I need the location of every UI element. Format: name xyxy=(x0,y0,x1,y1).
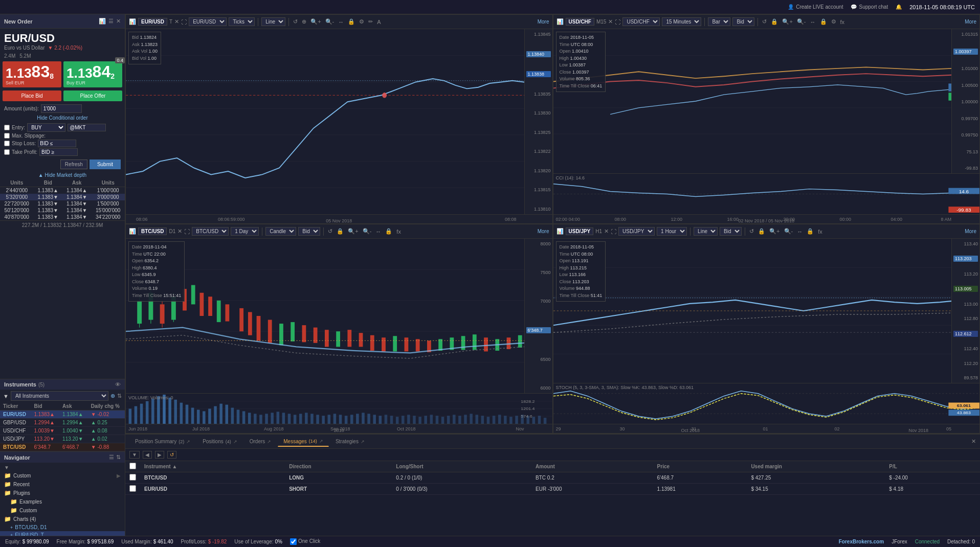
hide-conditional[interactable]: Hide Conditional order xyxy=(0,114,125,122)
ask-box[interactable]: 0.4 1.13 84 2 Buy EUR xyxy=(63,61,122,87)
fit-btn[interactable]: ↔ xyxy=(374,228,382,235)
usdjpy-pricetype-select[interactable]: Bid xyxy=(720,227,742,236)
fit-btn[interactable]: ↔ xyxy=(809,18,817,26)
bid-box[interactable]: 1.13 83 8 Sell EUR xyxy=(3,61,61,87)
external-icon[interactable]: ↗ xyxy=(319,439,323,444)
text-btn[interactable]: A xyxy=(376,18,382,26)
zoom-out-btn[interactable]: 🔍- xyxy=(362,227,373,235)
one-click-item[interactable]: One Click xyxy=(290,538,320,545)
usdchf-more[interactable]: More xyxy=(965,19,976,25)
usdchf-period-select[interactable]: 15 Minutes xyxy=(662,17,701,26)
nav-item-btcusd-chart[interactable]: + BTC/USD, D1 xyxy=(0,523,125,531)
close-tab-icon[interactable]: ✕ xyxy=(604,228,609,235)
usdjpy-more[interactable]: More xyxy=(965,229,976,234)
expand-icon[interactable]: ⛶ xyxy=(611,229,616,235)
row-checkbox[interactable] xyxy=(129,474,136,481)
hide-market-depth[interactable]: ▲ Hide Market depth xyxy=(0,171,125,179)
zoom-in-btn[interactable]: 🔍+ xyxy=(768,227,781,235)
properties-btn[interactable]: ⚙ xyxy=(830,18,837,26)
btcusd-chart-body[interactable]: Date 2018-11-04 Time UTC 22:00 Open 6354… xyxy=(126,239,552,393)
eurusd-timeframe-select[interactable]: Ticks xyxy=(229,17,255,26)
btcusd-symbol-select[interactable]: BTC/USD xyxy=(192,227,229,236)
zoom-in-btn[interactable]: 🔍+ xyxy=(347,227,359,235)
usdchf-pricetype-select[interactable]: Bid xyxy=(732,17,754,26)
close-tab-icon[interactable]: ✕ xyxy=(608,18,613,25)
zoom-out-btn[interactable]: 🔍- xyxy=(796,18,807,26)
eurusd-period-select[interactable]: EUR/USD xyxy=(189,17,227,26)
instrument-row-btcusd[interactable]: BTC/USD 6'348.7 6'468.7 ▼ -0.88 xyxy=(0,443,125,451)
refresh-btn[interactable]: ↺ xyxy=(167,451,176,459)
eye-icon[interactable]: 👁 xyxy=(115,381,121,388)
nav-item-custom[interactable]: 📁 Custom ▶ xyxy=(0,471,125,480)
take-profit-input[interactable] xyxy=(39,148,78,156)
position-row-eurusd[interactable]: EUR/USD SHORT 0 / 3'000 (0/3) EUR -3'000… xyxy=(125,484,980,495)
amount-input[interactable] xyxy=(41,104,82,113)
nav-item-custom2[interactable]: 📁 Custom xyxy=(0,506,125,515)
nav-item-charts[interactable]: 📁 Charts (4) xyxy=(0,515,125,523)
fit-btn[interactable]: ↔ xyxy=(796,228,804,235)
nav-item-recent[interactable]: 📁 Recent xyxy=(0,480,125,489)
tab-messages[interactable]: Messages (14) ↗ xyxy=(278,437,329,447)
usdjpy-chart-body[interactable]: Date 2018-11-05 Time UTC 08:00 Open 113.… xyxy=(553,239,980,383)
refresh-btn[interactable]: ↺ xyxy=(748,227,755,235)
entry-checkbox[interactable] xyxy=(4,125,10,130)
external-icon[interactable]: ↗ xyxy=(233,439,237,444)
lock-btn[interactable]: 🔒 xyxy=(336,227,345,235)
entry-price-input[interactable] xyxy=(68,124,106,131)
close-tab-icon[interactable]: ✕ xyxy=(174,18,179,25)
volume-control[interactable]: 🔔 xyxy=(896,4,902,10)
nav-menu-icon[interactable]: ☰ xyxy=(109,454,114,461)
lock2-btn[interactable]: 🔒 xyxy=(819,18,828,26)
row-checkbox[interactable] xyxy=(129,485,136,492)
refresh-btn[interactable]: ↺ xyxy=(292,18,299,26)
layout-icon[interactable]: ☰ xyxy=(108,18,114,25)
expand-icon[interactable]: ⛶ xyxy=(181,19,187,25)
nav-sort-icon[interactable]: ⇅ xyxy=(116,454,121,461)
usdjpy-symbol-select[interactable]: USD/JPY xyxy=(618,227,655,236)
eurusd-chart-body[interactable]: Bid 1.13824 Ask 1.13823 Ask Vol 1.00 Bid… xyxy=(126,29,552,214)
refresh-button[interactable]: Refresh xyxy=(60,159,87,169)
external-icon[interactable]: ↗ xyxy=(186,439,190,444)
expand-icon[interactable]: ⛶ xyxy=(615,19,620,25)
usdchf-charttype-select[interactable]: Bar xyxy=(708,17,730,26)
place-offer-button[interactable]: Place Offer xyxy=(63,90,122,101)
refresh-btn[interactable]: ↺ xyxy=(327,227,333,235)
fx-btn[interactable]: fx xyxy=(817,228,823,235)
nav-item-eurusd-chart[interactable]: + EUR/USD, T xyxy=(0,531,125,536)
stop-loss-input[interactable] xyxy=(38,140,76,147)
btcusd-charttype-select[interactable]: Candle xyxy=(265,227,296,236)
select-all-checkbox[interactable] xyxy=(129,463,136,469)
draw-btn[interactable]: ✏ xyxy=(367,18,374,26)
lock-btn[interactable]: 🔒 xyxy=(347,18,356,26)
stop-loss-checkbox[interactable] xyxy=(4,141,10,146)
fit-btn[interactable]: ↔ xyxy=(337,18,345,26)
usdjpy-period-select[interactable]: 1 Hour xyxy=(657,227,687,236)
next-btn[interactable]: ▶ xyxy=(155,451,164,459)
nav-filter[interactable]: ▼ xyxy=(0,464,125,471)
tab-orders[interactable]: Orders ↗ xyxy=(244,437,277,446)
chart-mini-icon[interactable]: 📊 xyxy=(99,18,106,25)
external-icon[interactable]: ↗ xyxy=(361,439,365,444)
lock2-btn[interactable]: 🔒 xyxy=(806,227,815,235)
instrument-row-gbpusd[interactable]: GBP/USD 1.2994▲ 1.2994▲ ▲ 0.25 xyxy=(0,419,125,427)
add-instrument-icon[interactable]: ⊕ xyxy=(110,393,115,399)
bottom-panel-close[interactable]: ✕ xyxy=(971,438,976,445)
lock-btn[interactable]: 🔒 xyxy=(770,18,779,26)
zoom-in-btn[interactable]: 🔍+ xyxy=(781,18,793,26)
btcusd-pricetype-select[interactable]: Bid xyxy=(298,227,320,236)
usdjpy-charttype-select[interactable]: Line xyxy=(694,227,718,236)
instruments-select[interactable]: All Instruments xyxy=(11,391,108,401)
position-row-btcusd[interactable]: BTC/USD LONG 0.2 / 0 (1/0) BTC 0.2 6'468… xyxy=(125,472,980,484)
fx-btn[interactable]: fx xyxy=(395,228,402,235)
place-bid-button[interactable]: Place Bid xyxy=(3,90,61,101)
external-icon[interactable]: ↗ xyxy=(267,439,271,444)
tab-strategies[interactable]: Strategies ↗ xyxy=(330,437,370,446)
crosshair-btn[interactable]: ⊕ xyxy=(301,18,307,26)
max-slippage-checkbox[interactable] xyxy=(4,133,10,139)
tab-positions[interactable]: Positions (4) ↗ xyxy=(197,437,243,446)
btcusd-period-select[interactable]: 1 Day xyxy=(231,227,259,236)
one-click-checkbox[interactable] xyxy=(290,538,297,545)
close-tab-icon[interactable]: ✕ xyxy=(177,228,182,235)
sort-icon[interactable]: ⇅ xyxy=(117,393,122,399)
nav-item-examples[interactable]: 📁 Examples xyxy=(0,497,125,506)
